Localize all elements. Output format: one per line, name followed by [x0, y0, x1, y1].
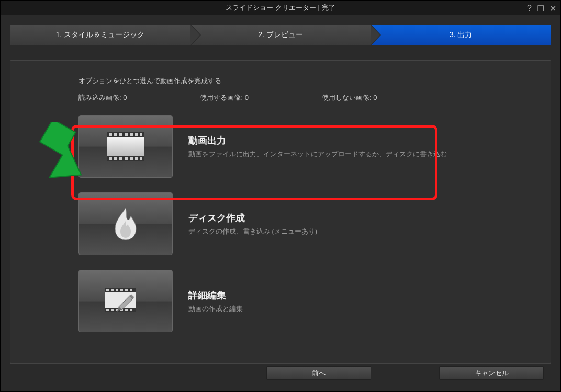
option-title: 詳細編集: [188, 289, 243, 302]
svg-rect-24: [116, 289, 118, 291]
option-desc: 動画をファイルに出力、インターネットにアップロードするか、ディスクに書き込む: [188, 150, 447, 159]
svg-rect-26: [125, 289, 128, 291]
svg-rect-7: [125, 133, 128, 136]
video-output-tile: [78, 115, 173, 178]
count-used: 使用する画像: 0: [200, 93, 248, 102]
svg-rect-8: [130, 133, 133, 136]
step-label: 3. 出力: [450, 30, 473, 40]
svg-rect-22: [106, 289, 109, 291]
option-text: 動画出力 動画をファイルに出力、インターネットにアップロードするか、ディスクに書…: [188, 134, 447, 159]
app-window: スライドショー クリエーター | 完了 ? ☐ ✕ 1. スタイル＆ミュージック…: [0, 0, 561, 392]
svg-rect-27: [130, 289, 132, 291]
advanced-edit-tile: [78, 270, 173, 332]
svg-rect-14: [125, 157, 128, 160]
button-label: キャンセル: [475, 368, 509, 378]
step-output[interactable]: 3. 出力: [371, 25, 551, 45]
instruction-text: オプションをひとつ選んで動画作成を完成する: [78, 76, 535, 86]
svg-rect-29: [111, 309, 114, 311]
option-title: 動画出力: [188, 134, 447, 147]
step-label: 2. プレビュー: [258, 30, 303, 40]
wizard-steps: 1. スタイル＆ミュージック 2. プレビュー 3. 出力: [10, 25, 551, 45]
option-video-output[interactable]: 動画出力 動画をファイルに出力、インターネットにアップロードするか、ディスクに書…: [78, 115, 535, 178]
svg-rect-13: [119, 157, 122, 160]
svg-rect-33: [130, 309, 132, 311]
window-title: スライドショー クリエーター | 完了: [226, 3, 335, 13]
button-label: 前へ: [312, 368, 326, 378]
svg-rect-25: [120, 289, 123, 291]
footer-bar: 前へ キャンセル: [10, 363, 551, 382]
image-counts: 読み込み画像: 0 使用する画像: 0 使用しない画像: 0: [78, 93, 535, 102]
svg-rect-10: [140, 133, 142, 136]
content-area: 1. スタイル＆ミュージック 2. プレビュー 3. 出力 オプションをひとつ選…: [1, 15, 560, 391]
option-title: ディスク作成: [188, 212, 317, 224]
svg-rect-6: [119, 133, 122, 136]
svg-rect-23: [111, 289, 114, 291]
svg-rect-11: [109, 157, 112, 160]
main-panel: オプションをひとつ選んで動画作成を完成する 読み込み画像: 0 使用する画像: …: [10, 60, 551, 363]
cancel-button[interactable]: キャンセル: [439, 366, 544, 380]
maximize-icon[interactable]: ☐: [537, 4, 544, 14]
option-disc-create[interactable]: ディスク作成 ディスクの作成、書き込み (メニューあり): [78, 192, 535, 255]
svg-rect-4: [109, 133, 112, 136]
svg-rect-9: [135, 133, 138, 136]
step-preview[interactable]: 2. プレビュー: [190, 25, 371, 45]
step-label: 1. スタイル＆ミュージック: [56, 30, 145, 40]
svg-rect-28: [106, 309, 109, 311]
film-icon: [107, 132, 144, 161]
help-icon[interactable]: ?: [527, 4, 532, 13]
close-icon[interactable]: ✕: [549, 4, 556, 14]
count-loaded: 読み込み画像: 0: [78, 93, 127, 102]
titlebar: スライドショー クリエーター | 完了 ? ☐ ✕: [1, 1, 560, 15]
step-style-music[interactable]: 1. スタイル＆ミュージック: [10, 25, 190, 45]
prev-button[interactable]: 前へ: [266, 366, 371, 380]
svg-rect-15: [130, 157, 133, 160]
svg-rect-32: [125, 309, 128, 311]
svg-rect-16: [135, 157, 138, 160]
svg-rect-12: [114, 157, 117, 160]
option-desc: 動画の作成と編集: [188, 305, 243, 314]
disc-create-tile: [78, 192, 173, 255]
svg-rect-17: [140, 157, 142, 160]
option-text: ディスク作成 ディスクの作成、書き込み (メニューあり): [188, 212, 317, 236]
film-edit-icon: [105, 285, 147, 317]
window-controls: ? ☐ ✕: [527, 1, 556, 16]
option-text: 詳細編集 動画の作成と編集: [188, 289, 243, 314]
count-unused: 使用しない画像: 0: [322, 93, 377, 102]
svg-rect-18: [107, 137, 144, 156]
flame-icon: [110, 205, 141, 242]
option-desc: ディスクの作成、書き込み (メニューあり): [188, 227, 317, 236]
option-advanced-edit[interactable]: 詳細編集 動画の作成と編集: [78, 270, 535, 332]
svg-rect-5: [114, 133, 117, 136]
